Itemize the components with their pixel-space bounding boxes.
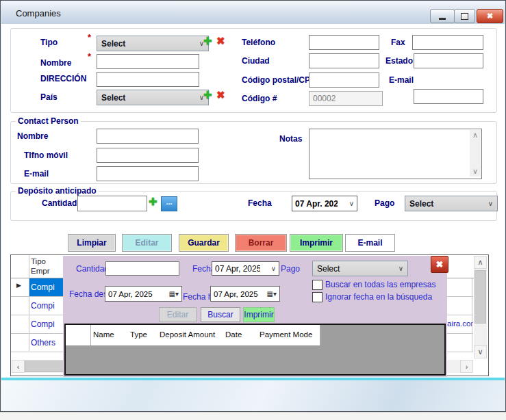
tipo-label: Tipo: [40, 38, 58, 47]
direccion-input[interactable]: [97, 72, 199, 87]
grid-col-divider: [29, 255, 29, 351]
notas-label: Notas: [279, 134, 302, 144]
popup-fecha-desde-label: Fecha desde: [69, 289, 105, 299]
row-selector-icon: ▶: [16, 282, 21, 289]
grid-email-cell[interactable]: aira.com: [447, 319, 473, 328]
grid-vertical-scrollbar[interactable]: ∧ ∨: [474, 256, 487, 358]
popup-editar-button[interactable]: Editar: [159, 307, 197, 322]
deposits-col-date[interactable]: Date: [223, 325, 260, 345]
fecha-picker[interactable]: 07 Apr. 2025 ∨: [292, 196, 357, 211]
guardar-button[interactable]: Guardar: [179, 234, 229, 252]
add-deposito-icon[interactable]: ✚: [149, 196, 157, 208]
client-area: Tipo * Select ∨ ✚ ✖ Nombre * DIRECCIÓN P…: [1, 24, 505, 411]
popup-pago-value: Select: [317, 264, 340, 274]
scroll-down-icon[interactable]: ∨: [472, 167, 478, 176]
scroll-left-icon[interactable]: ‹: [12, 360, 25, 373]
fecha-desde-picker[interactable]: 07 Apr, 2025 ▦▾: [105, 286, 182, 302]
popup-buscar-button[interactable]: Buscar: [201, 307, 240, 322]
contact-tlfno-input[interactable]: [97, 148, 199, 163]
popup-close-button[interactable]: ✖: [431, 256, 448, 273]
delete-tipo-icon[interactable]: ✖: [216, 35, 225, 47]
contact-nombre-label: Nombre: [17, 131, 48, 141]
fecha-hasta-picker[interactable]: 07 Apr, 2025 ▦▾: [210, 286, 280, 302]
maximize-button[interactable]: [454, 9, 475, 23]
grid-row-3[interactable]: Others: [31, 338, 64, 347]
email-input[interactable]: [414, 89, 483, 104]
estado-input[interactable]: [414, 53, 483, 68]
grid-row-2[interactable]: Compi: [31, 319, 64, 329]
scroll-right-icon[interactable]: ›: [460, 360, 473, 373]
notas-scrollbar[interactable]: ∧ ∨: [470, 130, 481, 176]
chevron-down-icon: ∨: [488, 200, 493, 207]
scroll-up-icon[interactable]: ∧: [472, 131, 478, 140]
popup-fecha-picker[interactable]: 07 Apr, 2025 ∨: [212, 261, 279, 276]
delete-pais-icon[interactable]: ✖: [216, 89, 225, 101]
popup-fecha-hasta-label: Fecha hasta: [183, 292, 211, 302]
ciudad-label: Ciudad: [242, 56, 270, 66]
grid-row-1[interactable]: Compi: [31, 301, 64, 311]
nombre-label: Nombre: [40, 58, 71, 68]
fecha-label: Fecha: [248, 198, 272, 208]
codigo-postal-input[interactable]: [309, 73, 379, 88]
chevron-down-icon: ∨: [271, 265, 276, 272]
calendar-dropdown-button[interactable]: ▦▾: [169, 290, 179, 298]
codigo-postal-label: Código postal/CP: [242, 75, 310, 85]
contact-email-label: E-mail: [24, 169, 49, 179]
direccion-label: DIRECCIÓN: [40, 74, 86, 83]
grid-header-tipo: Tipo Empr: [31, 257, 55, 276]
checkbox-all-companies[interactable]: [312, 280, 322, 290]
titlebar[interactable]: Companies ✖: [1, 1, 505, 25]
imprimir-button[interactable]: Imprimir: [290, 234, 343, 252]
pais-select-value: Select: [101, 93, 125, 103]
scroll-down-icon[interactable]: ∨: [474, 345, 487, 358]
minimize-button[interactable]: [430, 9, 455, 23]
grid-col-divider: [472, 278, 472, 352]
limpiar-button[interactable]: Limpiar: [68, 234, 116, 252]
deposito-group-title: Depósito anticipado: [16, 186, 99, 196]
close-icon: ✖: [487, 12, 493, 21]
add-pais-icon[interactable]: ✚: [203, 89, 212, 101]
popup-cantidad-input[interactable]: [105, 261, 179, 276]
contact-email-input[interactable]: [97, 166, 199, 181]
pago-select[interactable]: Select ∨: [405, 196, 498, 211]
contact-nombre-input[interactable]: [97, 129, 199, 144]
calendar-icon: ▦: [267, 290, 273, 298]
popup-pago-label: Pago: [281, 264, 300, 274]
fecha-desde-value: 07 Apr, 2025: [108, 290, 153, 298]
deposits-grid[interactable]: Name Type Deposit Amount Date Payment Mo…: [64, 324, 446, 376]
grid-row-0[interactable]: Compi: [31, 283, 64, 292]
editar-button[interactable]: Editar: [122, 234, 172, 252]
popup-imprimir-button[interactable]: Imprimir: [243, 307, 275, 322]
notas-textarea[interactable]: ∧ ∨: [309, 129, 482, 179]
checkbox-all-companies-label[interactable]: Buscar en todas las empresas: [325, 280, 435, 289]
borrar-button[interactable]: Borrar: [235, 234, 287, 252]
deposit-search-popup: Cantidad Fecha 07 Apr, 2025 ∨ Pago Selec…: [63, 256, 447, 377]
popup-pago-select[interactable]: Select ∨: [312, 261, 408, 276]
scrollbar-thumb[interactable]: [475, 270, 486, 324]
deposits-col-payment-mode[interactable]: Payment Mode: [257, 325, 320, 345]
close-button[interactable]: ✖: [477, 9, 503, 23]
calendar-dropdown-button[interactable]: ▦▾: [267, 290, 277, 298]
deposits-col-deposit-amount[interactable]: Deposit Amount: [157, 325, 225, 345]
fax-input[interactable]: [412, 35, 483, 50]
add-tipo-icon[interactable]: ✚: [203, 35, 212, 47]
checkbox-ignore-date[interactable]: [312, 292, 322, 302]
browse-deposits-button[interactable]: ...: [161, 196, 177, 211]
cantidad-input[interactable]: [77, 196, 147, 211]
codigo-num-label: Código #: [242, 94, 277, 103]
deposits-col-name[interactable]: Name: [91, 325, 130, 345]
chevron-down-icon: ∨: [349, 200, 354, 207]
deposits-col-type[interactable]: Type: [128, 325, 160, 345]
scroll-up-icon[interactable]: ∧: [474, 256, 487, 269]
pais-select[interactable]: Select ∨: [97, 90, 209, 105]
email-button[interactable]: E-mail: [345, 234, 395, 252]
fecha-value: 07 Apr. 2025: [295, 199, 338, 209]
calendar-arrow-icon: ▾: [273, 290, 277, 298]
nombre-input[interactable]: [97, 54, 199, 69]
checkbox-ignore-date-label[interactable]: Ignorar fecha en la búsqueda: [325, 292, 432, 302]
ciudad-input[interactable]: [309, 53, 379, 68]
telefono-input[interactable]: [309, 35, 379, 50]
desktop: Companies ✖ Tipo * Select ∨ ✚ ✖: [0, 0, 506, 420]
popup-fecha-value: 07 Apr, 2025: [215, 264, 260, 274]
tipo-select[interactable]: Select ∨: [97, 36, 209, 51]
